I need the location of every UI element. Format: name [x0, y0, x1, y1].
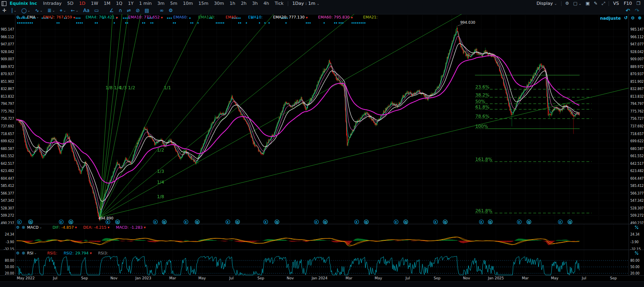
event-marker-e[interactable]: E: [59, 220, 63, 224]
timeframe-30m[interactable]: 30m: [211, 1, 227, 6]
event-marker-e[interactable]: E: [394, 220, 398, 224]
hide-drawings-tool[interactable]: ⊘: [133, 8, 142, 13]
timeframe-intraday[interactable]: Intraday: [40, 1, 64, 6]
arrow-tool[interactable]: ←⌄: [68, 8, 81, 13]
timeframe-5d[interactable]: 5D: [64, 1, 76, 6]
event-marker-e[interactable]: E: [184, 220, 188, 224]
event-marker-q[interactable]: Q: [568, 220, 572, 224]
event-marker-e[interactable]: E: [106, 220, 110, 224]
timeframe-1y[interactable]: 1Y: [125, 1, 136, 6]
expand-rsi-icon[interactable]: [635, 252, 638, 254]
event-marker-q[interactable]: Q: [29, 220, 33, 224]
ema-item[interactable]: EMA5:: [225, 15, 237, 19]
event-marker-e[interactable]: E: [264, 220, 268, 224]
timeframe-1d[interactable]: 1D: [76, 1, 88, 6]
event-marker-e[interactable]: E: [433, 220, 438, 224]
timeframe-3h[interactable]: 3h: [250, 1, 261, 6]
fib-tool[interactable]: ≣⌄: [45, 8, 58, 13]
event-marker-q[interactable]: Q: [323, 220, 327, 224]
ema-item[interactable]: EMA21:: [363, 15, 378, 19]
rsi-title[interactable]: RSI: [27, 251, 33, 255]
reset-zoom-icon[interactable]: ↺: [624, 15, 627, 20]
timeframe-15m[interactable]: 15m: [196, 1, 211, 6]
aggregation-combo[interactable]: 1Day : 1m⌄: [290, 1, 322, 6]
fullscreen-icon[interactable]: ⤢: [599, 1, 607, 6]
event-marker-e[interactable]: E: [226, 220, 230, 224]
date-axis[interactable]: May 2022JulSepNovJan 2023MarMayJulSepNov…: [0, 276, 644, 281]
vs-button[interactable]: VS: [611, 1, 621, 6]
event-marker-e[interactable]: E: [517, 220, 521, 224]
redo-icon[interactable]: ↷: [632, 8, 642, 14]
close-icon[interactable]: ⊗: [22, 251, 25, 255]
close-icon[interactable]: ⊗: [22, 225, 25, 230]
zoom-out-icon[interactable]: ⊖: [631, 15, 635, 20]
comment-tool[interactable]: ▭: [92, 8, 101, 13]
replay-tool[interactable]: ⇌: [124, 8, 133, 13]
expand-macd-icon[interactable]: [635, 226, 638, 229]
timeframe-1min[interactable]: 1 min: [136, 1, 155, 6]
chart-settings-icon[interactable]: ⚙: [563, 1, 571, 6]
undo-icon[interactable]: ↶: [623, 8, 632, 14]
screenshot-icon[interactable]: ▣: [584, 1, 592, 6]
ema-item[interactable]: EMA2: 767.559▼: [43, 15, 75, 19]
gear-icon[interactable]: ⚙: [16, 251, 20, 255]
timeframe-1h[interactable]: 1h: [227, 1, 238, 6]
ema-item[interactable]: EMA4: 769.421▼: [86, 15, 118, 19]
bottom-scrollbar-strip[interactable]: [0, 281, 644, 287]
zoom-in-icon[interactable]: ⊕: [638, 15, 642, 20]
shape-tool[interactable]: ◯⌄: [19, 8, 33, 13]
ema-item[interactable]: EMA60: 795.830▼: [318, 15, 353, 19]
delete-drawings-tool[interactable]: ▤: [142, 8, 151, 13]
event-marker-q[interactable]: Q: [404, 220, 408, 224]
event-marker-e[interactable]: E: [479, 220, 483, 224]
adjust-label[interactable]: nadjuste: [600, 16, 621, 20]
timeframe-1w[interactable]: 1W: [88, 1, 101, 6]
panel-toggle-icon[interactable]: ❐: [634, 1, 642, 6]
close-icon[interactable]: ⊗: [22, 15, 25, 19]
text-tool[interactable]: Aa: [81, 8, 92, 13]
crosshair-tool[interactable]: ⌖⌄: [57, 8, 68, 13]
event-marker-q[interactable]: Q: [235, 220, 239, 224]
ema-item[interactable]: EMA130:: [198, 15, 215, 19]
edit-icon[interactable]: ✎: [592, 1, 599, 6]
layout-icon[interactable]: ▢⌄: [571, 1, 584, 6]
event-marker-e[interactable]: E: [153, 220, 157, 224]
timeframe-4h[interactable]: 4h: [261, 1, 272, 6]
display-menu[interactable]: Display⌄: [534, 1, 559, 6]
event-marker-e[interactable]: E: [355, 220, 359, 224]
wave-tool[interactable]: ∿⌄: [33, 8, 45, 13]
event-marker-q[interactable]: Q: [195, 220, 199, 224]
ema-title[interactable]: EMA: [27, 15, 35, 19]
line-tool[interactable]: |⌄: [9, 8, 19, 13]
event-marker-q[interactable]: Q: [527, 220, 531, 224]
ema-item[interactable]: EMA10: 773.652▼: [128, 15, 163, 19]
event-marker-q[interactable]: Q: [162, 220, 166, 224]
angle-tool[interactable]: ∠: [107, 8, 116, 13]
event-marker-q[interactable]: Q: [364, 220, 368, 224]
event-marker-q[interactable]: Q: [69, 220, 73, 224]
f10-button[interactable]: F10: [621, 1, 634, 6]
timeframe-tick[interactable]: Tick: [272, 1, 286, 6]
timeframe-2h[interactable]: 2h: [238, 1, 250, 6]
timeframe-1m[interactable]: 1M: [101, 1, 114, 6]
event-marker-q[interactable]: Q: [275, 220, 279, 224]
ema-item[interactable]: EMA60:: [173, 15, 188, 19]
move-tool[interactable]: ✛: [0, 8, 9, 13]
event-marker-e[interactable]: E: [558, 220, 562, 224]
macd-title[interactable]: MACD: [27, 225, 38, 230]
symbol-name[interactable]: Equinix Inc: [9, 1, 40, 6]
timeframe-10m[interactable]: 10m: [180, 1, 196, 6]
drawing-settings[interactable]: ⚙: [166, 8, 175, 13]
magnet-tool[interactable]: ∩: [116, 8, 124, 13]
event-marker-q[interactable]: Q: [116, 220, 120, 224]
timeframe-5m[interactable]: 5m: [167, 1, 180, 6]
compare-tool[interactable]: ∞: [157, 8, 166, 13]
event-marker-q[interactable]: Q: [443, 220, 447, 224]
event-marker-e[interactable]: E: [314, 220, 318, 224]
main-price-chart[interactable]: 985.147985.147966.112966.112947.077947.0…: [0, 14, 644, 224]
ema-item[interactable]: EMA10:: [248, 15, 262, 19]
timeframe-3m[interactable]: 3m: [155, 1, 167, 6]
timeframe-1q[interactable]: 1Q: [113, 1, 125, 6]
event-marker-q[interactable]: Q: [488, 220, 492, 224]
gear-icon[interactable]: ⚙: [16, 15, 20, 19]
